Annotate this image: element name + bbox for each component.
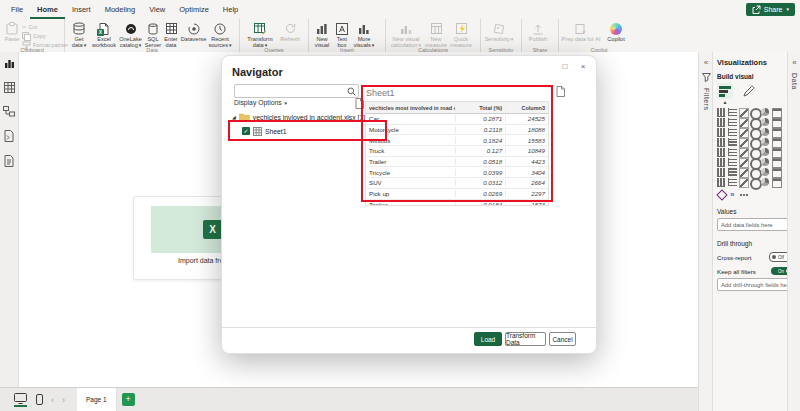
power-apps-visual-icon[interactable]	[716, 189, 727, 200]
more-options-icon[interactable]	[740, 194, 742, 196]
visual-type-icon[interactable]	[739, 168, 749, 178]
table-view-icon[interactable]	[4, 82, 15, 93]
publish-button[interactable]: Publish	[524, 21, 552, 42]
values-field-well[interactable]: Add data fields here	[717, 218, 792, 231]
visual-type-icon[interactable]	[739, 118, 749, 128]
sensitivity-button[interactable]: Sensitivity▾	[483, 21, 515, 43]
navigator-search-input[interactable]	[235, 88, 347, 95]
visual-type-icon[interactable]	[761, 138, 769, 146]
visual-type-icon[interactable]	[772, 118, 782, 128]
visual-type-icon[interactable]	[761, 118, 769, 126]
visual-type-icon[interactable]	[761, 108, 769, 116]
tmdl-view-icon[interactable]	[4, 155, 14, 167]
visual-type-icon[interactable]	[728, 148, 737, 156]
more-visuals-button[interactable]: More visuals▾	[351, 21, 377, 49]
visual-type-icon[interactable]	[761, 128, 769, 136]
visual-type-icon[interactable]	[772, 138, 782, 148]
expand-pane-icon[interactable]: «	[704, 58, 708, 67]
visual-type-icon[interactable]	[728, 178, 737, 186]
enter-data-button[interactable]: Enter data	[162, 21, 180, 48]
build-visual-mode-button[interactable]	[717, 83, 733, 99]
tree-item-sheet1[interactable]: ✓ Sheet1	[242, 125, 287, 137]
visual-type-icon[interactable]	[739, 158, 749, 168]
get-data-button[interactable]: Get data▾	[67, 21, 91, 49]
add-page-button[interactable]: +	[122, 393, 135, 406]
visual-type-icon[interactable]	[761, 148, 769, 156]
paste-button[interactable]: Paste	[2, 21, 22, 42]
expand-pane-icon[interactable]: «	[792, 58, 796, 67]
visual-type-icon[interactable]	[772, 178, 782, 188]
format-visual-mode-button[interactable]	[740, 83, 756, 99]
new-measure-button[interactable]: New measure	[424, 21, 448, 48]
visual-type-icon[interactable]	[728, 118, 737, 126]
visual-type-icon[interactable]	[717, 168, 725, 177]
new-visual-button[interactable]: New visual	[311, 21, 333, 48]
visual-type-icon[interactable]	[772, 158, 782, 168]
quick-measure-button[interactable]: Quick measure	[448, 21, 474, 48]
transform-data-button[interactable]: Transform Data	[505, 332, 546, 346]
cancel-button[interactable]: Cancel	[549, 332, 576, 346]
visual-type-icon[interactable]	[761, 178, 769, 186]
desktop-layout-icon[interactable]	[14, 393, 27, 407]
recent-sources-button[interactable]: Recent sources▾	[207, 21, 233, 49]
visual-type-icon[interactable]	[739, 178, 749, 188]
sql-server-button[interactable]: SQL Server	[144, 21, 162, 48]
power-automate-visual-icon[interactable]: »	[730, 191, 734, 199]
visual-type-icon[interactable]	[717, 158, 725, 167]
dataverse-button[interactable]: Dataverse	[180, 21, 207, 42]
new-visual-calculation-button[interactable]: New visual calculation▾	[388, 21, 424, 49]
visual-type-icon[interactable]	[772, 128, 782, 138]
expander-icon[interactable]: ◢	[232, 114, 236, 120]
share-button[interactable]: Share ▾	[746, 3, 795, 16]
menu-home[interactable]: Home	[30, 0, 65, 19]
next-page-icon[interactable]: ›	[62, 395, 65, 405]
menu-modeling[interactable]: Modeling	[98, 0, 142, 19]
menu-optimize[interactable]: Optimize	[172, 0, 216, 19]
visual-type-icon[interactable]	[717, 108, 725, 117]
page-tab[interactable]: Page 1	[77, 388, 117, 411]
copilot-button[interactable]: Copilot	[601, 21, 631, 42]
visual-type-icon[interactable]	[739, 128, 749, 138]
menu-view[interactable]: View	[142, 0, 172, 19]
report-view-icon[interactable]	[4, 58, 15, 69]
sheet1-checkbox[interactable]: ✓	[242, 127, 250, 135]
prep-data-ai-button[interactable]: Prep data for AI	[561, 21, 601, 42]
refresh-preview-icon[interactable]	[355, 98, 364, 109]
menu-help[interactable]: Help	[216, 0, 245, 19]
previous-page-icon[interactable]: ‹	[51, 395, 54, 405]
menu-insert[interactable]: Insert	[65, 0, 98, 19]
menu-file[interactable]: File	[4, 0, 30, 19]
visual-type-icon[interactable]	[717, 148, 725, 157]
visual-type-icon[interactable]	[728, 158, 737, 166]
document-icon[interactable]	[556, 86, 565, 97]
mobile-layout-icon[interactable]	[36, 394, 43, 405]
cut-button[interactable]: ✂Cut	[22, 23, 68, 31]
dax-query-view-icon[interactable]	[4, 130, 14, 142]
visual-type-icon[interactable]	[728, 108, 737, 116]
visual-type-icon[interactable]	[728, 128, 737, 136]
display-options-dropdown[interactable]: Display Options	[234, 99, 282, 106]
visual-type-icon[interactable]	[717, 178, 725, 187]
load-button[interactable]: Load	[474, 332, 502, 346]
visual-type-icon[interactable]	[717, 138, 725, 147]
visual-type-icon[interactable]	[739, 148, 749, 158]
refresh-button[interactable]: Refresh	[278, 21, 302, 42]
visual-type-icon[interactable]	[772, 108, 782, 118]
visual-type-icon[interactable]	[728, 168, 737, 176]
visual-type-icon[interactable]	[739, 138, 749, 148]
copy-button[interactable]: Copy	[22, 32, 68, 40]
filters-pane-collapsed[interactable]: « Filters	[698, 52, 713, 411]
visual-type-icon[interactable]	[728, 138, 737, 146]
maximize-icon[interactable]: □	[559, 62, 571, 71]
visual-type-icon[interactable]	[717, 128, 725, 137]
visual-type-icon[interactable]	[772, 148, 782, 158]
data-pane-collapsed[interactable]: « Data	[787, 52, 800, 411]
excel-workbook-button[interactable]: X Excel workbook	[91, 21, 117, 48]
visual-type-icon[interactable]	[761, 168, 769, 176]
transform-data-button[interactable]: Transform data▾	[242, 21, 278, 49]
text-box-button[interactable]: Text box	[333, 21, 351, 48]
close-icon[interactable]: ×	[577, 62, 589, 71]
visual-type-icon[interactable]	[761, 158, 769, 166]
visual-type-icon[interactable]	[739, 108, 749, 118]
model-view-icon[interactable]	[3, 106, 15, 117]
